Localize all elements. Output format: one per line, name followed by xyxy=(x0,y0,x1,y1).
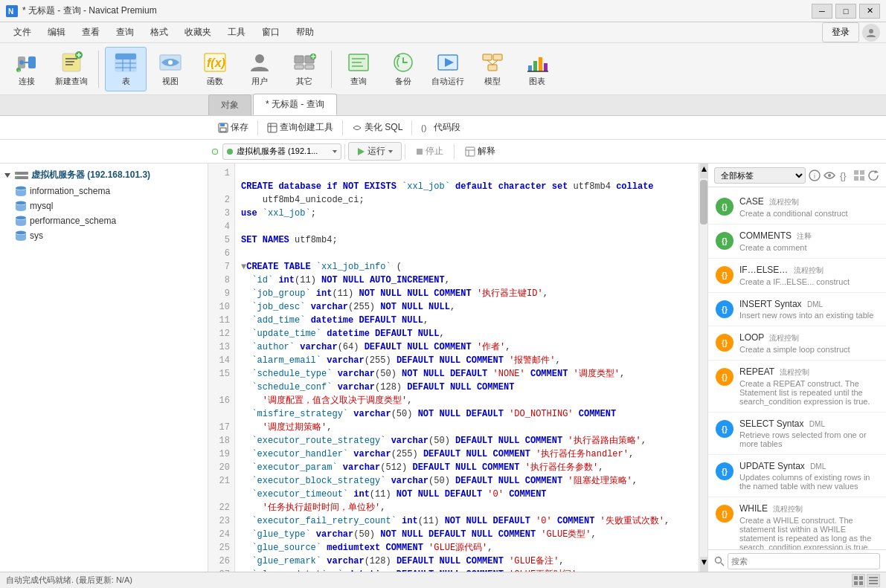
snippet-insert-icon: {} xyxy=(716,300,733,318)
save-button[interactable]: 保存 xyxy=(212,118,254,137)
snippet-loop[interactable]: {} LOOP 流程控制 Create a simple loop constr… xyxy=(708,326,886,361)
svg-rect-56 xyxy=(268,123,277,132)
menu-help[interactable]: 帮助 xyxy=(289,23,321,42)
dropdown-arrow-icon xyxy=(332,149,338,155)
toolbar-connect-button[interactable]: + 连接 xyxy=(6,47,48,91)
snippet-loop-info: LOOP 流程控制 Create a simple loop construct xyxy=(739,332,879,354)
close-button[interactable]: ✕ xyxy=(859,4,880,19)
snippet-ifelse-info: IF…ELSE… 流程控制 Create a IF...ELSE... cons… xyxy=(739,265,879,286)
search-icon xyxy=(714,556,725,566)
snippet-update-desc: Updates columns of existing rows in the … xyxy=(739,473,879,491)
right-panel: 全部标签 i {} {} CASE 流程控制 Create a conditio… xyxy=(707,164,886,572)
snippet-case[interactable]: {} CASE 流程控制 Create a conditional constr… xyxy=(708,190,886,224)
sql-editor[interactable]: CREATE database if NOT EXISTS `xxl_job` … xyxy=(235,164,699,572)
toolbar-view-button[interactable]: 视图 xyxy=(150,47,191,91)
snippet-while-desc: Create a WHILE construct. The statement … xyxy=(739,516,879,549)
eye-icon[interactable] xyxy=(824,169,835,181)
db-information-schema[interactable]: information_schema xyxy=(0,184,208,198)
beautify-button[interactable]: 美化 SQL xyxy=(346,118,408,137)
menu-favorites[interactable]: 收藏夹 xyxy=(177,23,219,42)
save-icon xyxy=(218,123,228,133)
login-button[interactable]: 登录 xyxy=(822,22,859,42)
toolbar-query-button[interactable]: 查询 xyxy=(338,47,379,91)
object-tab[interactable]: 对象 xyxy=(208,94,251,115)
snippet-while-title: WHILE 流程控制 xyxy=(739,503,879,514)
menu-file[interactable]: 文件 xyxy=(6,23,39,42)
menu-tools[interactable]: 工具 xyxy=(220,23,253,42)
run-dropdown-icon xyxy=(388,149,394,155)
query-icon xyxy=(347,51,370,74)
menu-format[interactable]: 格式 xyxy=(143,23,176,42)
snippet-insert[interactable]: {} INSERT Syntax DML Insert new rows int… xyxy=(708,293,886,326)
toolbar-other-button[interactable]: 其它 xyxy=(283,47,325,91)
menu-query[interactable]: 查询 xyxy=(109,23,141,42)
svg-point-76 xyxy=(16,231,26,235)
svg-point-75 xyxy=(16,216,26,220)
db-performance-schema[interactable]: performance_schema xyxy=(0,213,208,228)
query-tab[interactable]: * 无标题 - 查询 xyxy=(253,94,337,115)
toolbar-table-button[interactable]: 表 xyxy=(105,47,147,91)
status-grid-icon[interactable] xyxy=(852,574,865,587)
braces-icon[interactable]: {} xyxy=(838,169,850,181)
maximize-button[interactable]: □ xyxy=(835,4,856,19)
svg-rect-31 xyxy=(305,65,314,69)
query-label: 查询 xyxy=(350,76,367,87)
toolbar-chart-button[interactable]: 图表 xyxy=(516,47,558,91)
connection-name: 虚拟机服务器 (192.1... xyxy=(237,146,318,157)
menu-edit[interactable]: 编辑 xyxy=(40,23,73,42)
snippet-comments[interactable]: {} COMMENTS 注释 Create a comment xyxy=(708,224,886,259)
connection-selector[interactable]: 虚拟机服务器 (192.1... xyxy=(222,143,341,160)
status-list-icon[interactable] xyxy=(867,574,880,587)
info-icon[interactable]: i xyxy=(809,169,821,181)
refresh-icon[interactable] xyxy=(868,169,880,181)
toolbar-model-button[interactable]: 模型 xyxy=(472,47,513,91)
status-icons xyxy=(852,574,880,587)
toolbar-function-button[interactable]: f(x) 函数 xyxy=(194,47,236,91)
code-snippet-button[interactable]: () 代码段 xyxy=(415,118,466,137)
right-panel-search xyxy=(708,549,886,572)
snippet-case-info: CASE 流程控制 Create a conditional construct xyxy=(739,196,879,218)
svg-rect-44 xyxy=(493,54,502,60)
stop-button[interactable]: 停止 xyxy=(408,143,451,160)
svg-rect-91 xyxy=(859,581,863,585)
minimize-button[interactable]: ─ xyxy=(812,4,832,19)
explain-button[interactable]: 解释 xyxy=(458,143,503,160)
snippet-while[interactable]: {} WHILE 流程控制 Create a WHILE construct. … xyxy=(708,497,886,549)
menu-view[interactable]: 查看 xyxy=(74,23,107,42)
snippet-repeat[interactable]: {} REPEAT 流程控制 Create a REPEAT construct… xyxy=(708,361,886,413)
snippet-select[interactable]: {} SELECT Syntax DML Retrieve rows selec… xyxy=(708,413,886,455)
vertical-scrollbar[interactable]: ▲ ▼ xyxy=(699,164,707,572)
scroll-up-button[interactable]: ▲ xyxy=(700,164,707,178)
scroll-down-button[interactable]: ▼ xyxy=(700,557,707,572)
svg-point-86 xyxy=(716,557,722,563)
snippet-ifelse[interactable]: {} IF…ELSE… 流程控制 Create a IF...ELSE... c… xyxy=(708,259,886,293)
server-icon xyxy=(15,170,28,181)
snippet-while-info: WHILE 流程控制 Create a WHILE construct. The… xyxy=(739,503,879,549)
run-button[interactable]: 运行 xyxy=(348,142,402,161)
connection-indicator xyxy=(212,149,218,155)
toolbar-user-button[interactable]: 用户 xyxy=(239,47,280,91)
toolbar-backup-button[interactable]: 备份 xyxy=(382,47,424,91)
toolbar-new-query-button[interactable]: 新建查询 xyxy=(51,47,92,91)
menu-window[interactable]: 窗口 xyxy=(254,23,287,42)
svg-point-74 xyxy=(16,201,26,205)
snippet-case-desc: Create a conditional construct xyxy=(739,209,879,218)
db-sys[interactable]: sys xyxy=(0,228,208,243)
database-tree: 虚拟机服务器 (192.168.101.3) information_schem… xyxy=(0,164,208,246)
db-mysql[interactable]: mysql xyxy=(0,198,208,213)
stop-label: 停止 xyxy=(426,145,443,158)
svg-rect-45 xyxy=(488,65,497,71)
svg-rect-92 xyxy=(869,577,878,578)
svg-text:+: + xyxy=(18,68,21,73)
snippet-update[interactable]: {} UPDATE Syntax DML Updates columns of … xyxy=(708,455,886,497)
svg-point-60 xyxy=(227,149,233,155)
server-node[interactable]: 虚拟机服务器 (192.168.101.3) xyxy=(0,167,208,184)
svg-text:{}: {} xyxy=(840,170,847,181)
search-input[interactable] xyxy=(728,553,880,569)
scroll-thumb[interactable] xyxy=(700,180,707,224)
tag-select[interactable]: 全部标签 xyxy=(714,167,806,184)
grid-icon[interactable] xyxy=(853,169,865,181)
chevron-down-icon xyxy=(3,171,12,180)
query-create-button[interactable]: 查询创建工具 xyxy=(261,118,339,137)
toolbar-autorun-button[interactable]: 自动运行 xyxy=(427,47,469,91)
